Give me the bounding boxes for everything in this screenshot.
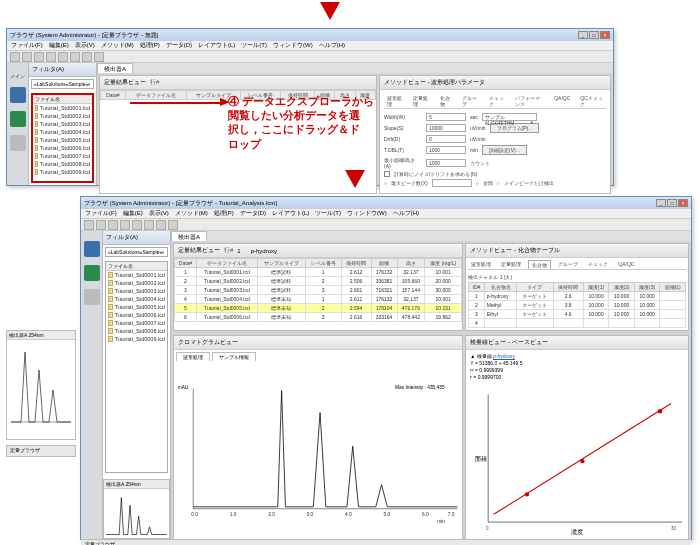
- algorithm-dropdown[interactable]: サンプルALGORITHM: [482, 113, 537, 121]
- menu-layout[interactable]: レイアウト(L): [198, 41, 235, 50]
- width-field[interactable]: 5: [426, 113, 466, 121]
- menu-file[interactable]: ファイル(F): [11, 41, 43, 50]
- file-item[interactable]: Tutorial_Std0007.lcd: [33, 152, 92, 160]
- table-row[interactable]: 1Tutorial_Std0001.lcd標準試料12.61217613232.…: [175, 268, 462, 277]
- calibration-plot[interactable]: 濃度 面積 030: [466, 383, 688, 539]
- report-print-icon[interactable]: [10, 135, 26, 151]
- table-row[interactable]: 1p-hydroxyターゲット2.610.00010.00010.000: [469, 292, 686, 301]
- table-row[interactable]: 3Tutorial_Std0003.lcd標準試料32.601716321157…: [175, 286, 462, 295]
- mtab[interactable]: 波形処理: [468, 260, 494, 269]
- file-item[interactable]: Tutorial_Std0002.lcd: [106, 279, 167, 287]
- file-item[interactable]: Tutorial_Std0004.lcd: [106, 295, 167, 303]
- file-item[interactable]: Tutorial_Std0006.lcd: [33, 144, 92, 152]
- toolbar-button[interactable]: [108, 220, 118, 230]
- calib-compound-link[interactable]: p-hydroxy: [493, 353, 515, 359]
- file-item[interactable]: Tutorial_Std0005.lcd: [106, 303, 167, 311]
- table-row[interactable]: 2Tutorial_Std0002.lcd標準試料22.506336381105…: [175, 277, 462, 286]
- mtab[interactable]: グループ: [555, 260, 581, 269]
- mtab[interactable]: QA/QC: [551, 94, 573, 108]
- menu-help[interactable]: ヘルプ(H): [393, 209, 419, 218]
- table-row[interactable]: 5Tutorial_Std0005.lcd標準未知22.594178104476…: [175, 304, 462, 313]
- file-item[interactable]: Tutorial_Std0007.lcd: [106, 319, 167, 327]
- menu-data[interactable]: データ(D): [240, 209, 266, 218]
- menu-method[interactable]: メソッド(M): [101, 41, 134, 50]
- mtab[interactable]: QA/QC: [615, 260, 637, 269]
- noise-checkbox[interactable]: [384, 171, 390, 177]
- detector-dropdown[interactable]: 1 (大): [500, 274, 540, 280]
- menu-window[interactable]: ウィンドウ(W): [273, 41, 313, 50]
- menu-method[interactable]: メソッド(M): [175, 209, 208, 218]
- mtab[interactable]: チェック: [585, 260, 611, 269]
- file-item[interactable]: Tutorial_Std0003.lcd: [106, 287, 167, 295]
- drift-field[interactable]: 0: [426, 135, 466, 143]
- minarea-field[interactable]: 1000: [426, 159, 466, 167]
- menu-layout[interactable]: レイアウト(L): [272, 209, 309, 218]
- menu-edit[interactable]: 編集(E): [123, 209, 143, 218]
- file-item[interactable]: Tutorial_Std0001.lcd: [106, 271, 167, 279]
- mtab[interactable]: 波形処理: [384, 94, 406, 108]
- toolbar-button[interactable]: [96, 220, 106, 230]
- minimize-button[interactable]: _: [578, 31, 588, 39]
- toolbar-button[interactable]: [120, 220, 130, 230]
- slope-field[interactable]: 10000: [426, 124, 466, 132]
- quant-browser-icon[interactable]: [84, 241, 100, 257]
- toolbar-button[interactable]: [84, 220, 94, 230]
- toolbar-button[interactable]: [70, 52, 80, 62]
- mtab[interactable]: チェック: [486, 94, 508, 108]
- file-item[interactable]: Tutorial_Std0001.lcd: [33, 104, 92, 112]
- file-item[interactable]: Tutorial_Std0002.lcd: [33, 112, 92, 120]
- result-table[interactable]: Data#データファイル名サンプルタイプレベル番号保持時間面積高さ濃度 (mg/…: [174, 258, 462, 322]
- mtab[interactable]: QCチェック: [577, 94, 606, 108]
- main-tab[interactable]: 検出器A: [171, 231, 207, 241]
- data-compare-icon[interactable]: [84, 265, 100, 281]
- titlebar[interactable]: ブラウザ (System Administrator) - [定量ブラウザ - …: [7, 29, 613, 41]
- menu-tools[interactable]: ツール(T): [241, 41, 267, 50]
- toolbar-button[interactable]: [46, 52, 56, 62]
- file-list[interactable]: ファイル名 Tutorial_Std0001.lcd Tutorial_Std0…: [105, 261, 168, 473]
- report-print-icon[interactable]: [84, 289, 100, 305]
- menu-tools[interactable]: ツール(T): [315, 209, 341, 218]
- chrom-tab-sampleinfo[interactable]: サンプル情報: [212, 352, 256, 361]
- mtab[interactable]: 定量処理: [498, 260, 524, 269]
- table-row[interactable]: 3Ethylターゲット4.610.00010.00010.000: [469, 310, 686, 319]
- menu-help[interactable]: ヘルプ(H): [319, 41, 345, 50]
- toolbar-button[interactable]: [22, 52, 32, 62]
- quant-browser-icon[interactable]: [10, 87, 26, 103]
- folder-combo[interactable]: «LabSolutions»Sample»: [105, 247, 168, 257]
- file-item[interactable]: Tutorial_Std0005.lcd: [33, 136, 92, 144]
- table-row[interactable]: 6Tutorial_Std0006.lcd標準未知32.616333164478…: [175, 313, 462, 322]
- file-item[interactable]: Tutorial_Std0009.lcd: [33, 168, 92, 176]
- file-item[interactable]: Tutorial_Std0006.lcd: [106, 311, 167, 319]
- toolbar-button[interactable]: [144, 220, 154, 230]
- close-button[interactable]: ×: [678, 199, 688, 207]
- menu-edit[interactable]: 編集(E): [49, 41, 69, 50]
- toolbar-button[interactable]: [168, 220, 178, 230]
- file-item[interactable]: Tutorial_Std0008.lcd: [106, 327, 167, 335]
- main-tab[interactable]: 検出器A: [97, 63, 133, 73]
- table-row[interactable]: 4: [469, 319, 686, 328]
- menu-file[interactable]: ファイル(F): [85, 209, 117, 218]
- toolbar-button[interactable]: [10, 52, 20, 62]
- menu-view[interactable]: 表示(V): [149, 209, 169, 218]
- maximize-button[interactable]: □: [589, 31, 599, 39]
- toolbar-button[interactable]: [156, 220, 166, 230]
- close-button[interactable]: ×: [600, 31, 610, 39]
- maximize-button[interactable]: □: [667, 199, 677, 207]
- menu-process[interactable]: 処理(P): [140, 41, 160, 50]
- file-item[interactable]: Tutorial_Std0009.lcd: [106, 335, 167, 343]
- detail-button[interactable]: 詳細設定(V)...: [482, 145, 527, 155]
- chromatogram-plot[interactable]: mAU Max Intensity : 435,435 0.01.02.03.0…: [174, 363, 462, 539]
- toolbar-button[interactable]: [58, 52, 68, 62]
- toolbar-button[interactable]: [94, 52, 104, 62]
- mtab[interactable]: 化合物: [437, 94, 455, 108]
- table-row[interactable]: 4Tutorial_Std0004.lcd標準未知12.61117613232.…: [175, 295, 462, 304]
- chrom-tab-waveform[interactable]: 波形処理: [176, 352, 210, 361]
- file-item[interactable]: Tutorial_Std0003.lcd: [33, 120, 92, 128]
- file-item[interactable]: Tutorial_Std0004.lcd: [33, 128, 92, 136]
- minimize-button[interactable]: _: [656, 199, 666, 207]
- titlebar[interactable]: ブラウザ (System Administrator) - [定量ブラウザ - …: [81, 197, 691, 209]
- mtab[interactable]: 定量処理: [410, 94, 432, 108]
- menu-process[interactable]: 処理(P): [214, 209, 234, 218]
- menu-data[interactable]: データ(D): [166, 41, 192, 50]
- data-compare-icon[interactable]: [10, 111, 26, 127]
